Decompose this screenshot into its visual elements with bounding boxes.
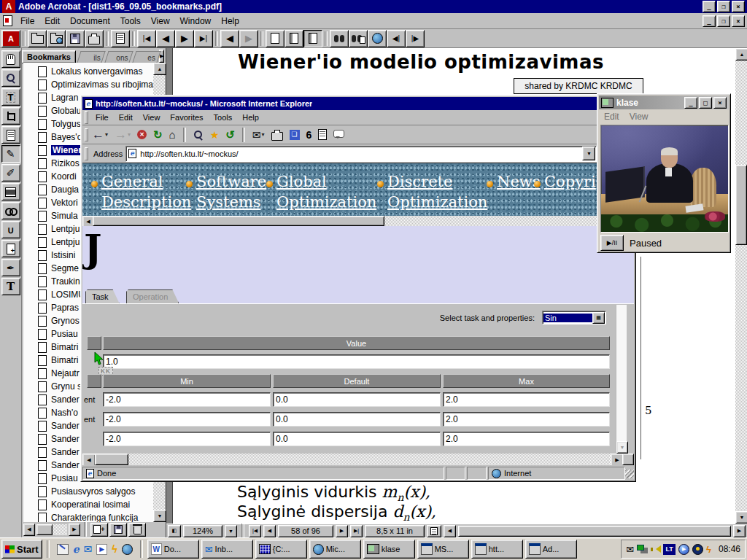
- play-pause-button[interactable]: ▶/II: [600, 235, 624, 251]
- history-button[interactable]: ↺: [224, 127, 236, 143]
- address-input[interactable]: [139, 147, 580, 160]
- acrobat-menu-tools[interactable]: Tools: [115, 14, 146, 28]
- zoom-level-box[interactable]: 124%: [183, 525, 222, 537]
- ie-menu-tools[interactable]: Tools: [209, 111, 238, 124]
- ie-titlebar[interactable]: e http://soften.ktu.lt/~mockus/ - Micros…: [82, 97, 634, 110]
- new-bookmark-button[interactable]: +: [90, 523, 108, 537]
- highlight-tool-button[interactable]: ✐: [1, 164, 20, 182]
- bm-scroll-left-icon[interactable]: ◀: [23, 524, 35, 536]
- volume-tray-icon[interactable]: [651, 545, 660, 554]
- window-layout-button[interactable]: [427, 525, 441, 537]
- home-button[interactable]: ⌂: [168, 127, 177, 143]
- acrobat-titlebar[interactable]: A Adobe Acrobat - [dist1-96_09.05_bookma…: [0, 0, 747, 13]
- applet-hscroll-thumb[interactable]: [95, 454, 128, 465]
- scroll-up-icon[interactable]: ▲: [153, 63, 166, 75]
- first-page-button[interactable]: |◀: [249, 525, 261, 537]
- taskbar-button-klase[interactable]: klase: [363, 540, 415, 559]
- save-button[interactable]: [66, 30, 85, 47]
- tab-partial-es[interactable]: es: [132, 51, 160, 63]
- param-max-input[interactable]: [443, 392, 610, 407]
- lang-tray-icon[interactable]: LT: [663, 544, 676, 555]
- nav-link-description[interactable]: Description: [101, 193, 191, 211]
- task-select-dropdown-icon[interactable]: ▦: [592, 312, 605, 324]
- acrobat-menu-document[interactable]: Document: [65, 14, 115, 28]
- nav-link-news[interactable]: News: [497, 173, 541, 190]
- pane-splitter-button[interactable]: ◧: [168, 525, 181, 537]
- find-again-button[interactable]: [349, 30, 368, 47]
- print-button[interactable]: [85, 30, 104, 47]
- navbar-hscrollbar[interactable]: ◀ ▶: [82, 216, 634, 226]
- klase-menu-view[interactable]: View: [624, 109, 654, 124]
- last-page-button[interactable]: ▶|: [194, 30, 213, 47]
- klase-menu-edit[interactable]: Edit: [599, 109, 624, 124]
- article-tool-button[interactable]: ∪: [1, 221, 20, 238]
- discuss-button[interactable]: [332, 127, 346, 143]
- nav-link-global[interactable]: Global: [276, 173, 327, 190]
- refresh-button[interactable]: ↻: [152, 127, 164, 143]
- address-dropdown-icon[interactable]: ▼: [582, 147, 595, 160]
- bookmark-item[interactable]: Lokalus konvergavimas: [23, 65, 153, 78]
- layout-bookmarks-button[interactable]: [303, 30, 322, 47]
- task-select[interactable]: Sin ▦: [542, 311, 606, 324]
- doc-vscroll-thumb[interactable]: [735, 165, 747, 245]
- param-default-input[interactable]: [273, 412, 441, 427]
- next-page-button[interactable]: ▶: [336, 525, 348, 537]
- ie-menu-favorites[interactable]: Favorites: [165, 111, 208, 124]
- param-min-input[interactable]: [103, 412, 271, 427]
- print-button[interactable]: [270, 127, 285, 143]
- open-web-button[interactable]: [47, 30, 66, 47]
- ie-menu-help[interactable]: Help: [237, 111, 264, 124]
- acrobat-menu-edit[interactable]: Edit: [39, 14, 65, 28]
- text-select-tool-button[interactable]: T: [1, 88, 20, 106]
- winamp-icon[interactable]: ϟ: [112, 543, 117, 555]
- six-button[interactable]: 6: [305, 127, 314, 143]
- tab-partial-ils[interactable]: ils: [77, 51, 105, 63]
- close-button[interactable]: ×: [732, 1, 745, 12]
- ie-menu-file[interactable]: File: [90, 111, 114, 124]
- bm-scroll-right-icon[interactable]: ▶: [69, 524, 80, 536]
- param-default-input[interactable]: [273, 432, 441, 446]
- klase-maximize-button[interactable]: □: [699, 97, 712, 109]
- bm-hscrollbar[interactable]: [36, 524, 67, 535]
- form-tool-button[interactable]: +: [1, 240, 20, 257]
- mail-tray-icon[interactable]: ✉: [626, 544, 634, 555]
- pencil-tool-button[interactable]: ✎: [1, 145, 20, 163]
- doc-close-button[interactable]: ×: [732, 15, 745, 27]
- go-back-button[interactable]: ◀: [220, 30, 239, 47]
- applet-vscrollbar[interactable]: ▼: [616, 305, 627, 454]
- internet-explorer-icon[interactable]: e: [73, 543, 80, 555]
- ie-menu-view[interactable]: View: [138, 111, 166, 124]
- movie-tool-button[interactable]: [1, 183, 20, 201]
- web-capture-button[interactable]: [368, 30, 387, 47]
- stop-button[interactable]: ✕: [136, 127, 148, 143]
- touchup-text-tool-button[interactable]: T: [1, 278, 20, 295]
- nav-link-optimization[interactable]: Optimization: [387, 193, 487, 211]
- taskbar-button-inb[interactable]: ✉Inb...: [201, 540, 253, 559]
- klase-minimize-button[interactable]: _: [684, 97, 697, 109]
- zoom-tool-button[interactable]: +: [1, 69, 20, 87]
- applet-scroll-down-icon[interactable]: ▼: [616, 441, 628, 454]
- doc-minimize-button[interactable]: _: [703, 15, 716, 27]
- taskbar-button-ad[interactable]: Ad...: [525, 540, 577, 559]
- dropdown-arrow-icon[interactable]: ▾: [262, 131, 265, 138]
- save-bookmark-button[interactable]: [109, 523, 127, 537]
- ie-menu-edit[interactable]: Edit: [114, 111, 138, 124]
- tab-bookmarks[interactable]: Bookmarks: [22, 50, 76, 63]
- nav-hscroll-thumb[interactable]: [93, 216, 384, 226]
- param-max-input[interactable]: [443, 412, 610, 427]
- delete-bookmark-button[interactable]: [128, 523, 146, 537]
- layout-thumbs-button[interactable]: [285, 30, 303, 47]
- winamp-tray-tray-icon[interactable]: ϟ: [706, 544, 711, 555]
- doc-scroll-left-icon[interactable]: ◀: [444, 525, 456, 537]
- dropdown-arrow-icon[interactable]: ▾: [105, 131, 108, 138]
- note-tool-button[interactable]: [1, 126, 20, 144]
- doc-hscroll-thumb[interactable]: [458, 526, 731, 537]
- tab-partial-ons[interactable]: ons: [104, 51, 133, 63]
- hand-tool-button[interactable]: [1, 50, 20, 68]
- msn-icon[interactable]: [122, 544, 133, 555]
- param-max-input[interactable]: [443, 432, 610, 446]
- resize-grip[interactable]: [625, 470, 634, 478]
- taskbar-button-mic[interactable]: Mic...: [309, 540, 361, 559]
- value-input[interactable]: [103, 354, 610, 369]
- bookmark-item[interactable]: Kooperatinai losimai: [23, 498, 153, 511]
